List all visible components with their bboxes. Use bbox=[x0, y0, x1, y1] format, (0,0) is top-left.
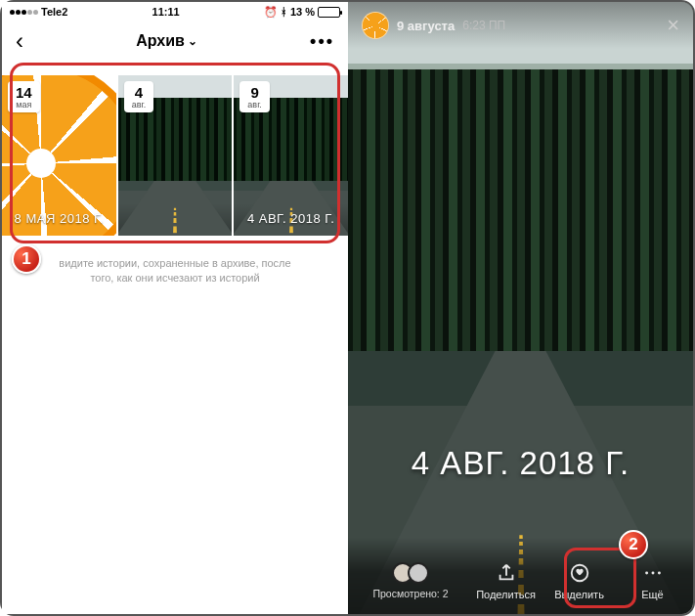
archive-title-dropdown[interactable]: Архив ⌄ bbox=[136, 32, 197, 50]
story-header: 9 августа 6:23 ПП × bbox=[348, 2, 693, 49]
svg-point-3 bbox=[657, 572, 660, 575]
status-time: 11:11 bbox=[67, 6, 264, 18]
annotation-badge-2: 2 bbox=[619, 530, 648, 559]
story-username[interactable]: 9 августа bbox=[397, 19, 455, 33]
thumb-date-overlay: 4 АВГ. 2018 Г. bbox=[234, 211, 348, 226]
annotation-badge-1: 1 bbox=[12, 244, 41, 274]
alarm-icon: ⏰ bbox=[264, 6, 278, 19]
archive-screen: Tele2 11:11 ⏰ ᚼ 13 % ‹ Архив ⌄ ••• bbox=[2, 2, 348, 614]
more-button[interactable]: Ещё bbox=[616, 561, 689, 600]
carrier-label: Tele2 bbox=[41, 6, 67, 18]
viewers-label: Просмотрено: 2 bbox=[372, 588, 448, 599]
archive-thumbnails: 14 мая 8 МАЯ 2018 Г. 4 авг. 9 авг. 4 АВГ… bbox=[2, 75, 348, 236]
avatar[interactable] bbox=[362, 12, 389, 39]
archive-thumb[interactable]: 9 авг. 4 АВГ. 2018 Г. bbox=[234, 75, 348, 236]
battery-icon bbox=[318, 7, 340, 18]
bluetooth-icon: ᚼ bbox=[281, 6, 287, 18]
archive-hint-text: видите истории, сохраненные в архиве, по… bbox=[2, 256, 348, 286]
archive-thumb[interactable]: 14 мая 8 МАЯ 2018 Г. bbox=[2, 75, 116, 236]
more-button[interactable]: ••• bbox=[310, 31, 334, 52]
story-viewer-screen: 9 августа 6:23 ПП × 4 АВГ. 2018 Г. Просм… bbox=[348, 2, 693, 614]
more-icon bbox=[641, 561, 665, 585]
status-bar: Tele2 11:11 ⏰ ᚼ 13 % bbox=[2, 2, 348, 22]
thumb-date-overlay: 8 МАЯ 2018 Г. bbox=[2, 211, 116, 226]
story-image[interactable] bbox=[348, 2, 693, 614]
share-icon bbox=[495, 561, 518, 585]
story-date-overlay: 4 АВГ. 2018 Г. bbox=[348, 445, 693, 482]
close-button[interactable]: × bbox=[667, 13, 679, 38]
signal-icon bbox=[10, 10, 38, 15]
highlight-icon bbox=[568, 561, 591, 585]
date-chip: 4 авг. bbox=[124, 81, 153, 112]
nav-bar: ‹ Архив ⌄ ••• bbox=[2, 22, 348, 61]
share-button[interactable]: Поделиться bbox=[469, 561, 543, 600]
date-chip: 14 мая bbox=[8, 81, 40, 112]
viewer-avatars-icon bbox=[392, 562, 429, 584]
story-time: 6:23 ПП bbox=[462, 19, 505, 32]
archive-thumb[interactable]: 4 авг. bbox=[118, 75, 233, 236]
svg-point-2 bbox=[651, 572, 654, 575]
highlight-button[interactable]: Выделить bbox=[543, 561, 616, 600]
back-button[interactable]: ‹ bbox=[16, 29, 23, 53]
chevron-down-icon: ⌄ bbox=[188, 34, 197, 48]
battery-percent: 13 % bbox=[290, 6, 315, 18]
date-chip: 9 авг. bbox=[239, 81, 269, 112]
viewers-button[interactable]: Просмотрено: 2 bbox=[352, 562, 469, 599]
svg-point-1 bbox=[645, 572, 648, 575]
